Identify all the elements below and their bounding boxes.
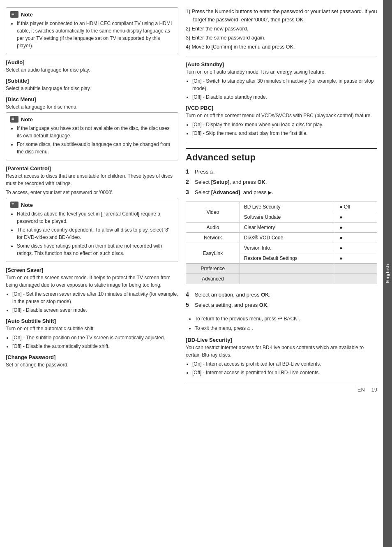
auto-standby-section: [Auto Standby] Turn on or off auto stand…	[186, 61, 377, 101]
note-box-3: Note Rated discs above the level you set…	[6, 198, 178, 262]
note-item-3-1: Rated discs above the level you set in […	[17, 210, 174, 225]
table-cat-preference: Preference	[186, 264, 240, 274]
note-label-1: Note	[21, 12, 33, 18]
note-item-3-3: Some discs have ratings printed on them …	[17, 242, 174, 257]
table-item-restore: Restore Default Settings	[240, 253, 335, 264]
note-header-1: Note	[10, 11, 174, 18]
bd-live-bullet-1: [On] - Internet access is prohibited for…	[192, 360, 377, 368]
subtitle-section: [Subtitle] Select a subtitle language fo…	[6, 78, 178, 92]
change-password-text: Set or change the password.	[6, 361, 178, 369]
note-list-2: If the language you have set is not avai…	[10, 125, 174, 155]
audio-section: [Audio] Select an audio language for dis…	[6, 59, 178, 74]
play-icon: ▶	[268, 189, 272, 197]
table-cat-advanced: Advanced	[186, 274, 240, 284]
setup-steps-1-3: 1 Press ⌂. 2 Select [Setup], and press O…	[186, 167, 377, 197]
table-cat-video: Video	[186, 202, 240, 223]
vcd-pbc-bullet-1: [On] - Display the index menu when you l…	[192, 121, 377, 128]
setup-step-4: 4 Select an option, and press OK.	[186, 290, 377, 299]
table-row-clear-memory: Audio Clear Memory ●	[186, 223, 377, 233]
after-bullet-1: To return to the previous menu, press ↩ …	[195, 315, 377, 323]
password-steps: 1) Press the Numeric buttons to enter th…	[186, 7, 377, 51]
table-val-restore: ●	[335, 253, 377, 264]
note-item-2-2: For some discs, the subtitle/audio langu…	[17, 141, 174, 155]
table-item-divx: DivX® VOD Code	[240, 233, 335, 243]
auto-subtitle-text: Turn on or off the automatic subtitle sh…	[6, 325, 178, 332]
table-val-preference	[335, 264, 377, 274]
disc-menu-heading: [Disc Menu]	[6, 96, 178, 102]
auto-subtitle-heading: [Auto Subtitle Shift]	[6, 318, 178, 324]
vcd-pbc-bullets: [On] - Display the index menu when you l…	[186, 121, 377, 137]
table-item-version: Version Info.	[240, 243, 335, 253]
setup-steps-4-5: 4 Select an option, and press OK. 5 Sele…	[186, 290, 377, 310]
note-label-2: Note	[21, 116, 33, 123]
back-arrow-icon: ↩	[278, 315, 282, 323]
screen-saver-bullets: [On] - Set the screen saver active after…	[6, 290, 178, 314]
note-item-2-1: If the language you have set is not avai…	[17, 125, 174, 139]
setup-step-5: 5 Select a setting, and press OK.	[186, 300, 377, 310]
note-header-3: Note	[10, 202, 174, 208]
advanced-setup-heading: Advanced setup	[186, 148, 377, 163]
table-item-preference	[240, 264, 335, 274]
note-icon-2	[10, 116, 18, 123]
note-header-2: Note	[10, 116, 174, 123]
left-column: Note If this player is connected to an H…	[6, 7, 178, 540]
auto-standby-heading: [Auto Standby]	[186, 61, 377, 67]
disc-menu-section: [Disc Menu] Select a language for disc m…	[6, 96, 178, 111]
password-step-1: 1) Press the Numeric buttons to enter th…	[186, 7, 377, 24]
audio-heading: [Audio]	[6, 59, 178, 65]
bd-live-heading: [BD-Live Security]	[186, 337, 377, 343]
language-label: English	[385, 264, 390, 283]
password-step-3: 3) Enter the same password again.	[186, 34, 377, 42]
right-column: 1) Press the Numeric buttons to enter th…	[186, 7, 377, 540]
auto-subtitle-bullet-2: [Off] - Disable the automatically subtit…	[12, 343, 178, 350]
change-password-section: [Change Password] Set or change the pass…	[6, 354, 178, 369]
after-step-bullets: To return to the previous menu, press ↩ …	[186, 315, 377, 333]
setup-step-1: 1 Press ⌂.	[186, 167, 377, 176]
note-box-2: Note If the language you have set is not…	[6, 112, 178, 160]
audio-text: Select an audio language for disc play.	[6, 66, 178, 74]
setup-step-3: 3 Select [Advanced], and press ▶.	[186, 188, 377, 197]
screen-saver-text: Turn on or off the screen saver mode. It…	[6, 274, 178, 289]
divider-1	[186, 56, 377, 56]
table-cat-audio: Audio	[186, 223, 240, 233]
table-row-bd-live: Video BD Live Security ● Off	[186, 202, 377, 212]
note-icon-1	[10, 11, 18, 18]
note-label-3: Note	[21, 202, 33, 208]
auto-subtitle-section: [Auto Subtitle Shift] Turn on or off the…	[6, 318, 178, 350]
screen-saver-heading: [Screen Saver]	[6, 267, 178, 273]
parental-heading: [Parental Control]	[6, 165, 178, 172]
home-icon-2: ⌂	[247, 324, 250, 333]
vcd-pbc-bullet-2: [Off] - Skip the menu and start play fro…	[192, 130, 377, 137]
table-val-advanced	[335, 274, 377, 284]
table-row-version: EasyLink Version Info. ●	[186, 243, 377, 253]
note-item-3-2: The ratings are country-dependent. To al…	[17, 226, 174, 241]
table-item-bd-live: BD Live Security	[240, 202, 335, 212]
table-val-clear-memory: ●	[335, 223, 377, 233]
screen-saver-bullet-1: [On] - Set the screen saver active after…	[12, 290, 178, 305]
table-row-preference: Preference	[186, 264, 377, 274]
table-val-version: ●	[335, 243, 377, 253]
table-item-advanced	[240, 274, 335, 284]
auto-subtitle-bullets: [On] - The subtitle position on the TV s…	[6, 334, 178, 350]
after-bullet-2: To exit the menu, press ⌂ .	[195, 324, 377, 333]
en-label: EN	[357, 387, 365, 393]
auto-standby-bullet-1: [On] - Switch to standby after 30 minute…	[192, 77, 377, 92]
note-icon-3	[10, 202, 18, 208]
page-number-row: EN 19	[186, 384, 377, 393]
table-cat-network: Network	[186, 233, 240, 243]
bd-live-section: [BD-Live Security] You can restrict inte…	[186, 337, 377, 376]
table-val-bd-live: ● Off	[335, 202, 377, 212]
language-sidebar: English	[383, 0, 392, 547]
note-box-1: Note If this player is connected to an H…	[6, 7, 178, 54]
main-content: Note If this player is connected to an H…	[0, 0, 383, 547]
password-step-2: 2) Enter the new password.	[186, 25, 377, 33]
table-val-software: ●	[335, 212, 377, 223]
password-step-4: 4) Move to [Confirm] in the menu and pre…	[186, 43, 377, 51]
table-row-advanced: Advanced	[186, 274, 377, 284]
bd-live-bullet-2: [Off] - Internet access is permitted for…	[192, 369, 377, 376]
parental-text2: To access, enter your last set password …	[6, 189, 178, 196]
change-password-heading: [Change Password]	[6, 354, 178, 360]
note-list-3: Rated discs above the level you set in […	[10, 210, 174, 257]
home-icon-1: ⌂	[210, 168, 213, 176]
note-list-1: If this player is connected to an HDMI C…	[10, 20, 174, 49]
